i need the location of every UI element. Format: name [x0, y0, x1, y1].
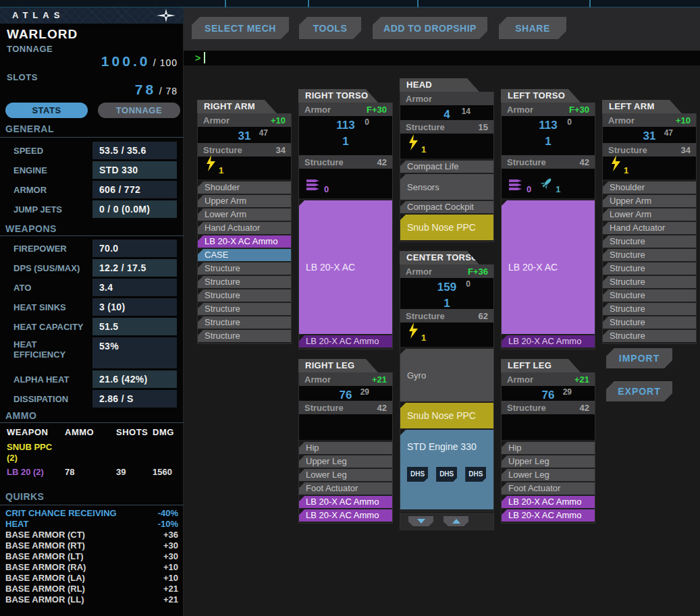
structure-label: Structure	[406, 311, 445, 321]
armor-label: Armor	[304, 105, 331, 115]
dhs-chip[interactable]: DHS	[436, 467, 457, 482]
stat-row: ENGINESTD 330	[0, 161, 184, 179]
slot-structure[interactable]: Structure	[603, 330, 696, 342]
hardpoint-box	[502, 414, 595, 440]
arrow-up-button[interactable]	[443, 516, 468, 526]
export-button[interactable]: EXPORT	[606, 381, 672, 401]
toolbar-button-select-mech[interactable]: SELECT MECH	[192, 17, 289, 39]
slot-list: GyroSnub Nose PPCSTD Engine 330DHSDHSDHS	[400, 347, 493, 509]
slot-upper-leg[interactable]: Upper Leg	[299, 455, 392, 468]
slot-snub-nose-ppc[interactable]: Snub Nose PPC	[400, 403, 493, 428]
slot-lb-20-x-ac-ammo[interactable]: LB 20-X AC Ammo	[299, 496, 392, 508]
slot-hand-actuator[interactable]: Hand Actuator	[603, 222, 696, 234]
slot-lb-20-x-ac-ammo[interactable]: LB 20-X AC Ammo	[299, 335, 392, 347]
structure-strip: Structure42	[502, 155, 595, 169]
component-footer	[400, 513, 494, 530]
slot-lb-20-x-ac-ammo[interactable]: LB 20-X AC Ammo	[502, 509, 595, 522]
slot-lower-arm[interactable]: Lower Arm	[603, 208, 696, 221]
slot-structure[interactable]: Structure	[198, 276, 291, 288]
hardpoint-ballistic-icon	[306, 179, 322, 194]
slot-foot-actuator[interactable]: Foot Actuator	[299, 482, 392, 495]
toolbar-button-tools[interactable]: TOOLS	[299, 17, 361, 39]
slot-case[interactable]: CASE	[198, 249, 291, 261]
tonnage-label: TONNAGE	[7, 44, 53, 54]
tab-stats[interactable]: STATS	[5, 103, 88, 118]
quirk-value: +36	[163, 530, 178, 540]
tab-tonnage[interactable]: TONNAGE	[98, 103, 180, 118]
toolbar-button-share[interactable]: SHARE	[499, 17, 566, 39]
stat-label: HEAT EFFICIENCY	[0, 337, 92, 368]
slot-structure[interactable]: Structure	[198, 303, 291, 315]
armor-label: Armor	[507, 105, 533, 115]
decor-tick	[589, 0, 591, 7]
stat-value: 3.4	[92, 279, 177, 296]
structure-label: Structure	[507, 403, 546, 413]
slot-lower-leg[interactable]: Lower Leg	[502, 469, 595, 481]
armor-value-box: 144	[400, 105, 493, 120]
slot-structure[interactable]: Structure	[198, 289, 291, 302]
component-panel-right-arm: RIGHT ARMArmor+104731Structure341Shoulde…	[197, 100, 292, 344]
slot-structure[interactable]: Structure	[603, 303, 696, 315]
quirk-label: HEAT	[5, 519, 28, 530]
slots-value-line: 78 / 78	[135, 82, 178, 98]
slot-structure[interactable]: Structure	[603, 235, 696, 248]
console-bar[interactable]: >	[184, 51, 700, 65]
slot-structure[interactable]: Structure	[603, 262, 696, 275]
slot-lower-arm[interactable]: Lower Arm	[198, 208, 291, 221]
slot-structure[interactable]: Structure	[603, 316, 696, 329]
slot-upper-leg[interactable]: Upper Leg	[502, 455, 595, 468]
slot-gyro[interactable]: Gyro	[400, 349, 493, 401]
slot-lb-20-x-ac-ammo[interactable]: LB 20-X AC Ammo	[502, 335, 595, 347]
armor-value-box: 2976	[299, 386, 392, 401]
arrow-down-icon	[417, 519, 425, 524]
slot-std-engine-330[interactable]: STD Engine 330DHSDHSDHS	[400, 430, 493, 509]
slot-structure[interactable]: Structure	[198, 316, 291, 329]
section-general-title: GENERAL	[5, 123, 54, 134]
slot-lb-20-x-ac-ammo[interactable]: LB 20-X AC Ammo	[502, 496, 595, 508]
armor-rear-value: 1	[299, 135, 392, 148]
slot-sensors[interactable]: Sensors	[400, 174, 493, 200]
slot-hip[interactable]: Hip	[502, 442, 595, 454]
stat-row: ALPHA HEAT21.6 (42%)	[0, 370, 184, 388]
slot-compact-cockpit[interactable]: Compact Cockpit	[400, 201, 493, 213]
import-button[interactable]: IMPORT	[606, 348, 672, 368]
structure-strip: Structure42	[502, 401, 595, 414]
slot-structure[interactable]: Structure	[198, 262, 291, 275]
slot-structure[interactable]: Structure	[603, 289, 696, 302]
toolbar-button-add-to-dropship[interactable]: ADD TO DROPSHIP	[373, 17, 487, 39]
slot-shoulder[interactable]: Shoulder	[198, 181, 291, 194]
slot-lower-leg[interactable]: Lower Leg	[299, 469, 392, 481]
armor-line: 113	[299, 116, 392, 132]
slot-lb-20-x-ac-ammo[interactable]: LB 20-X AC Ammo	[299, 509, 392, 522]
armor-strip: Armor+10	[198, 113, 291, 127]
dhs-chip[interactable]: DHS	[407, 467, 428, 482]
armor-value: 31	[198, 127, 291, 143]
general-rows: SPEED53.5 / 35.6ENGINESTD 330ARMOR606 / …	[0, 142, 184, 220]
slot-upper-arm[interactable]: Upper Arm	[198, 195, 291, 207]
dhs-chip[interactable]: DHS	[465, 467, 486, 482]
arrow-down-button[interactable]	[408, 516, 433, 526]
slot-foot-actuator[interactable]: Foot Actuator	[502, 482, 595, 495]
slot-compact-life[interactable]: Compact Life	[400, 161, 493, 173]
brand-band: ATLAS	[0, 7, 184, 24]
armor-line: 76	[502, 386, 595, 402]
armor-rear-value: 1	[400, 297, 493, 310]
quirk-label: BASE ARMOR (LT)	[5, 551, 84, 562]
quirk-row: CRIT CHANCE RECEIVING-40%	[5, 508, 178, 519]
armor-value: 113	[299, 116, 392, 132]
slot-structure[interactable]: Structure	[198, 330, 291, 342]
structure-value: 42	[580, 403, 589, 413]
ammo-header: SHOTS	[116, 427, 153, 438]
slot-lb-20-x-ac[interactable]: LB 20-X AC	[299, 200, 392, 334]
structure-value: 42	[377, 157, 387, 167]
slot-snub-nose-ppc[interactable]: Snub Nose PPC	[400, 215, 493, 240]
slot-lb-20-x-ac-ammo[interactable]: LB 20-X AC Ammo	[198, 235, 291, 248]
slot-lb-20-x-ac[interactable]: LB 20-X AC	[502, 200, 595, 334]
slot-structure[interactable]: Structure	[603, 249, 696, 261]
armor-quirk: +21	[574, 374, 589, 385]
slot-hand-actuator[interactable]: Hand Actuator	[198, 222, 291, 234]
slot-upper-arm[interactable]: Upper Arm	[603, 195, 696, 207]
slot-structure[interactable]: Structure	[603, 276, 696, 288]
slot-hip[interactable]: Hip	[299, 442, 392, 454]
slot-shoulder[interactable]: Shoulder	[603, 181, 696, 194]
